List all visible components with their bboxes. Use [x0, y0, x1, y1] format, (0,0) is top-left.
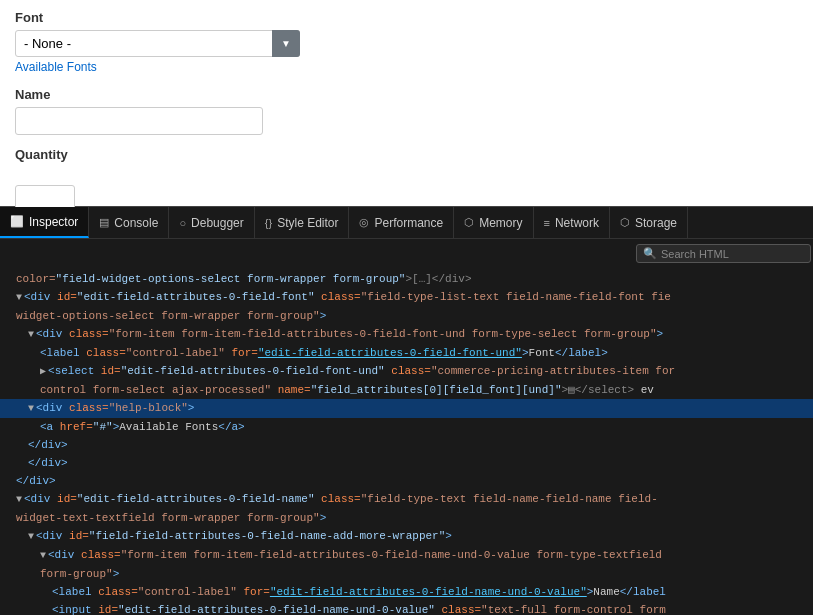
html-line: ▼<div id="field-field-attributes-0-field…	[0, 527, 813, 546]
tab-performance-label: Performance	[374, 216, 443, 230]
console-icon: ▤	[99, 216, 109, 229]
html-search-wrapper: 🔍	[636, 244, 811, 263]
form-area: Font - None - ▼ Available Fonts Name Qua…	[0, 0, 813, 206]
devtools-toolbar: ⬜ Inspector ▤ Console ○ Debugger {} Styl…	[0, 206, 813, 238]
quantity-field-group: Quantity	[15, 147, 798, 213]
html-line: <input id="edit-field-attributes-0-field…	[0, 601, 813, 615]
inspector-icon: ⬜	[10, 215, 24, 228]
html-line: color="field-widget-options-select form-…	[0, 270, 813, 288]
tab-style-editor-label: Style Editor	[277, 216, 338, 230]
html-line: widget-options-select form-wrapper form-…	[0, 307, 813, 325]
search-input[interactable]	[661, 248, 801, 260]
html-line: ▼<div id="edit-field-attributes-0-field-…	[0, 490, 813, 509]
tab-storage-label: Storage	[635, 216, 677, 230]
html-line: ▼<div class="form-item form-item-field-a…	[0, 325, 813, 344]
tab-network[interactable]: ≡ Network	[534, 207, 610, 238]
tab-network-label: Network	[555, 216, 599, 230]
tab-inspector-label: Inspector	[29, 215, 78, 229]
html-line: ▼<div id="edit-field-attributes-0-field-…	[0, 288, 813, 307]
tab-performance[interactable]: ◎ Performance	[349, 207, 454, 238]
available-fonts-link[interactable]: Available Fonts	[15, 60, 97, 74]
html-line: <label class="control-label" for="edit-f…	[0, 344, 813, 362]
html-line: <a href="#">Available Fonts</a>	[0, 418, 813, 436]
devtools-html-panel[interactable]: color="field-widget-options-select form-…	[0, 268, 813, 615]
debugger-icon: ○	[179, 217, 186, 229]
style-editor-icon: {}	[265, 217, 272, 229]
performance-icon: ◎	[359, 216, 369, 229]
name-label: Name	[15, 87, 798, 102]
font-select[interactable]: - None -	[15, 30, 300, 57]
tab-console-label: Console	[114, 216, 158, 230]
html-line: widget-text-textfield form-wrapper form-…	[0, 509, 813, 527]
devtools-search-row: 🔍	[0, 238, 813, 268]
network-icon: ≡	[544, 217, 550, 229]
tab-debugger[interactable]: ○ Debugger	[169, 207, 254, 238]
name-field-group: Name	[15, 87, 798, 135]
html-line: ▼<div class="form-item form-item-field-a…	[0, 546, 813, 565]
html-line: <label class="control-label" for="edit-f…	[0, 583, 813, 601]
tab-inspector[interactable]: ⬜ Inspector	[0, 207, 89, 238]
tab-memory[interactable]: ⬡ Memory	[454, 207, 533, 238]
tab-console[interactable]: ▤ Console	[89, 207, 169, 238]
memory-icon: ⬡	[464, 216, 474, 229]
html-line: ▶<select id="edit-field-attributes-0-fie…	[0, 362, 813, 381]
tab-style-editor[interactable]: {} Style Editor	[255, 207, 350, 238]
html-line: </div>	[0, 472, 813, 490]
quantity-label: Quantity	[15, 147, 798, 162]
tab-debugger-label: Debugger	[191, 216, 244, 230]
html-line: </div>	[0, 454, 813, 472]
storage-icon: ⬡	[620, 216, 630, 229]
tab-memory-label: Memory	[479, 216, 522, 230]
html-line: form-group">	[0, 565, 813, 583]
font-field-group: Font - None - ▼ Available Fonts	[15, 10, 798, 75]
search-icon: 🔍	[643, 247, 657, 260]
tab-storage[interactable]: ⬡ Storage	[610, 207, 688, 238]
html-line-selected: ▼<div class="help-block">	[0, 399, 813, 418]
html-line: control form-select ajax-processed" name…	[0, 381, 813, 399]
font-select-wrapper: - None - ▼	[15, 30, 300, 57]
font-label: Font	[15, 10, 798, 25]
name-input[interactable]	[15, 107, 263, 135]
html-line: </div>	[0, 436, 813, 454]
